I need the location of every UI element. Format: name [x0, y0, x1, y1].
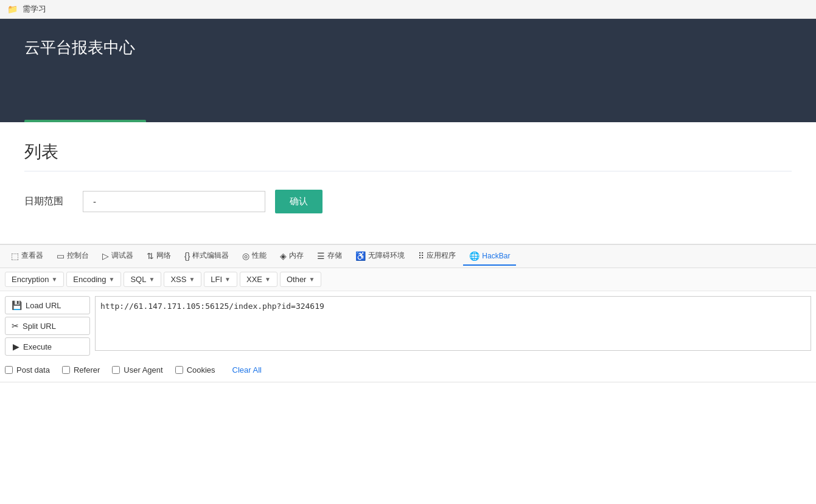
- user-agent-label: User Agent: [124, 365, 162, 375]
- menu-other[interactable]: Other ▼: [280, 272, 321, 287]
- devtools-label-inspector: 查看器: [21, 250, 43, 261]
- browser-tab-title: 需学习: [23, 4, 46, 15]
- page-content: 列表 日期范围 确认: [0, 122, 816, 244]
- accessibility-icon: ♿: [355, 251, 366, 261]
- inspector-icon: ⬚: [11, 251, 19, 261]
- execute-icon: ▶: [13, 342, 19, 351]
- memory-icon: ◈: [280, 251, 287, 261]
- folder-icon: 📁: [7, 4, 18, 14]
- xss-label: XSS: [170, 275, 186, 284]
- other-arrow: ▼: [309, 276, 315, 283]
- devtools-label-console: 控制台: [67, 250, 89, 261]
- hackbar-icon: 🌐: [469, 251, 479, 261]
- date-range-input[interactable]: [83, 191, 265, 212]
- encoding-arrow: ▼: [109, 276, 115, 283]
- hackbar-section: Encryption ▼ Encoding ▼ SQL ▼ XSS ▼ LFI …: [0, 268, 816, 382]
- devtools-label-network: 网络: [156, 250, 171, 261]
- hackbar-actions: 💾 Load URL ✂ Split URL ▶ Execute: [5, 296, 90, 356]
- hackbar-menu-bar: Encryption ▼ Encoding ▼ SQL ▼ XSS ▼ LFI …: [0, 268, 816, 291]
- console-icon: ▭: [57, 251, 65, 261]
- devtools-label-accessibility: 无障碍环境: [368, 250, 405, 261]
- menu-encryption[interactable]: Encryption ▼: [5, 272, 64, 287]
- devtools-bar: ⬚ 查看器 ▭ 控制台 ▷ 调试器 ⇅ 网络 {} 样式编辑器 ◎ 性能 ◈ 内…: [0, 244, 816, 268]
- clear-all-button[interactable]: Clear All: [232, 365, 262, 375]
- devtools-label-hackbar: HackBar: [482, 252, 510, 260]
- xxe-label: XXE: [246, 275, 262, 284]
- load-url-icon: 💾: [12, 300, 22, 310]
- hackbar-checkbox-area: Post data Referer User Agent Cookies Cle…: [0, 361, 816, 382]
- sql-arrow: ▼: [148, 276, 155, 283]
- menu-xxe[interactable]: XXE ▼: [240, 272, 277, 287]
- apps-icon: ⠿: [418, 251, 424, 261]
- post-data-label: Post data: [16, 365, 50, 375]
- devtools-label-debugger: 调试器: [111, 250, 133, 261]
- encoding-label: Encoding: [73, 275, 106, 284]
- performance-icon: ◎: [242, 251, 249, 261]
- sql-label: SQL: [130, 275, 146, 284]
- menu-encoding[interactable]: Encoding ▼: [66, 272, 121, 287]
- cookies-checkbox-label[interactable]: Cookies: [175, 365, 215, 375]
- devtools-label-style: 样式编辑器: [192, 250, 229, 261]
- storage-icon: ☰: [317, 251, 325, 261]
- encryption-label: Encryption: [12, 275, 49, 284]
- devtools-label-storage: 存储: [327, 250, 342, 261]
- split-url-button[interactable]: ✂ Split URL: [5, 317, 90, 335]
- cookies-checkbox[interactable]: [175, 366, 183, 374]
- user-agent-checkbox[interactable]: [112, 366, 120, 374]
- devtools-item-inspector[interactable]: ⬚ 查看器: [5, 247, 49, 266]
- devtools-label-apps: 应用程序: [427, 250, 456, 261]
- devtools-item-debugger[interactable]: ▷ 调试器: [96, 247, 139, 266]
- date-range-label: 日期范围: [24, 195, 73, 208]
- post-data-checkbox-label[interactable]: Post data: [5, 365, 50, 375]
- referer-checkbox[interactable]: [62, 366, 70, 374]
- split-url-icon: ✂: [12, 321, 19, 331]
- devtools-item-memory[interactable]: ◈ 内存: [274, 247, 310, 266]
- devtools-item-hackbar[interactable]: 🌐 HackBar: [463, 247, 516, 266]
- devtools-item-accessibility[interactable]: ♿ 无障碍环境: [349, 247, 411, 266]
- devtools-label-memory: 内存: [289, 250, 304, 261]
- menu-lfi[interactable]: LFI ▼: [204, 272, 237, 287]
- url-textarea[interactable]: [95, 296, 811, 351]
- devtools-item-performance[interactable]: ◎ 性能: [236, 247, 273, 266]
- debugger-icon: ▷: [102, 251, 109, 261]
- referer-checkbox-label[interactable]: Referer: [62, 365, 100, 375]
- load-url-button[interactable]: 💾 Load URL: [5, 296, 90, 314]
- devtools-item-network[interactable]: ⇅ 网络: [141, 247, 177, 266]
- xss-arrow: ▼: [189, 276, 195, 283]
- lfi-arrow: ▼: [225, 276, 231, 283]
- app-title: 云平台报表中心: [24, 37, 792, 77]
- hackbar-url-area: 💾 Load URL ✂ Split URL ▶ Execute: [0, 291, 816, 361]
- lfi-label: LFI: [211, 275, 222, 284]
- confirm-button[interactable]: 确认: [275, 190, 323, 213]
- split-url-label: Split URL: [23, 322, 56, 331]
- page-title: 列表: [24, 140, 792, 171]
- devtools-item-apps[interactable]: ⠿ 应用程序: [412, 247, 462, 266]
- xxe-arrow: ▼: [265, 276, 271, 283]
- devtools-item-style[interactable]: {} 样式编辑器: [178, 247, 235, 266]
- other-label: Other: [287, 275, 307, 284]
- header-underline: [24, 120, 146, 122]
- post-data-checkbox[interactable]: [5, 366, 13, 374]
- devtools-item-storage[interactable]: ☰ 存储: [311, 247, 348, 266]
- user-agent-checkbox-label[interactable]: User Agent: [112, 365, 162, 375]
- form-row: 日期范围 确认: [24, 190, 792, 213]
- menu-sql[interactable]: SQL ▼: [124, 272, 161, 287]
- load-url-label: Load URL: [26, 301, 61, 310]
- browser-top-bar: 📁 需学习: [0, 0, 816, 19]
- devtools-item-console[interactable]: ▭ 控制台: [51, 247, 95, 266]
- menu-xss[interactable]: XSS ▼: [164, 272, 201, 287]
- referer-label: Referer: [74, 365, 100, 375]
- cookies-label: Cookies: [187, 365, 215, 375]
- encryption-arrow: ▼: [51, 276, 57, 283]
- devtools-label-performance: 性能: [252, 250, 267, 261]
- app-header: 云平台报表中心: [0, 19, 816, 122]
- style-icon: {}: [184, 251, 190, 261]
- network-icon: ⇅: [147, 251, 154, 261]
- execute-label: Execute: [23, 342, 52, 351]
- execute-button[interactable]: ▶ Execute: [5, 337, 90, 356]
